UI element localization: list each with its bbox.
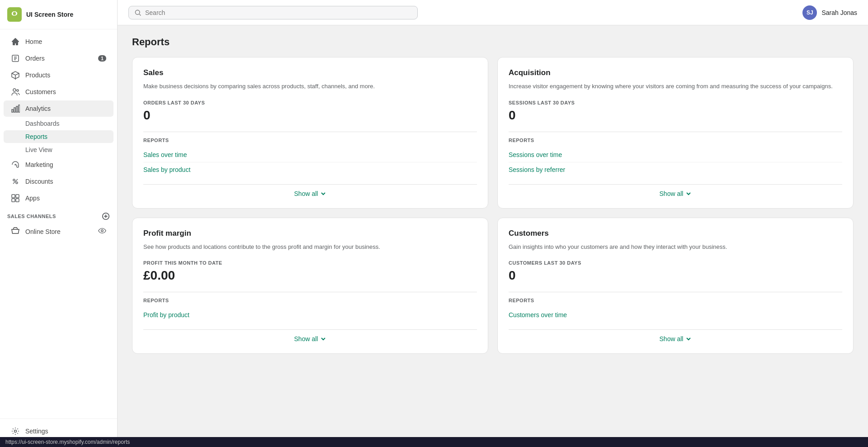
profit-show-all[interactable]: Show all: [143, 329, 477, 342]
reports-section-label-sales: REPORTS: [143, 138, 477, 143]
svg-rect-5: [16, 106, 18, 112]
report-card-profit-desc: See how products and locations contribut…: [143, 243, 477, 252]
chevron-down-icon: [686, 336, 691, 342]
svg-point-1: [13, 89, 16, 91]
topbar-right: SJ Sarah Jonas: [802, 5, 857, 20]
status-bar-url: https://ui-screen-store.myshopify.com/ad…: [5, 439, 130, 445]
sidebar-item-orders-label: Orders: [25, 55, 45, 62]
report-card-customers-title: Customers: [509, 229, 842, 238]
sales-channels-label: SALES CHANNELS: [7, 214, 56, 219]
svg-rect-11: [16, 195, 19, 198]
main-container: SJ Sarah Jonas Reports Sales Make busine…: [118, 0, 868, 447]
svg-rect-13: [16, 199, 19, 202]
reports-section-label-profit: REPORTS: [143, 298, 477, 303]
orders-icon: [11, 54, 20, 63]
report-stat-label-sales: ORDERS LAST 30 DAYS: [143, 100, 477, 105]
report-stat-value-acquisition: 0: [509, 108, 842, 123]
sidebar-item-discounts[interactable]: Discounts: [4, 173, 113, 190]
search-icon: [134, 9, 142, 16]
sales-channels-section: SALES CHANNELS: [0, 207, 117, 222]
customers-icon: [11, 87, 20, 96]
svg-point-9: [16, 182, 18, 184]
sidebar-item-reports[interactable]: Reports: [4, 130, 113, 143]
sidebar-item-reports-label: Reports: [25, 133, 47, 140]
svg-rect-6: [19, 105, 20, 112]
sidebar-item-analytics[interactable]: Analytics: [4, 100, 113, 117]
status-bar: https://ui-screen-store.myshopify.com/ad…: [0, 437, 868, 447]
svg-point-7: [15, 164, 16, 165]
sessions-by-referrer-link[interactable]: Sessions by referrer: [509, 162, 842, 177]
content: Reports Sales Make business decisions by…: [118, 25, 868, 447]
sidebar: UI Screen Store Home Orders 1: [0, 0, 118, 447]
report-stat-value-profit: £0.00: [143, 268, 477, 283]
report-card-profit-margin: Profit margin See how products and locat…: [132, 218, 488, 354]
sidebar-item-apps-label: Apps: [25, 195, 40, 202]
sidebar-item-home[interactable]: Home: [4, 33, 113, 50]
report-card-acquisition-desc: Increase visitor engagement by knowing w…: [509, 82, 842, 91]
sidebar-item-online-store[interactable]: Online Store: [4, 223, 113, 240]
reports-grid: Sales Make business decisions by compari…: [132, 57, 854, 354]
search-input[interactable]: [145, 9, 412, 16]
report-card-sales-desc: Make business decisions by comparing sal…: [143, 82, 477, 91]
customers-over-time-link[interactable]: Customers over time: [509, 308, 842, 322]
report-stat-label-profit: PROFIT THIS MONTH TO DATE: [143, 260, 477, 266]
report-stat-value-customers: 0: [509, 268, 842, 283]
analytics-sub-nav: Dashboards Reports Live View: [0, 117, 117, 156]
sidebar-item-customers[interactable]: Customers: [4, 84, 113, 100]
report-card-profit-title: Profit margin: [143, 229, 477, 238]
acquisition-show-all[interactable]: Show all: [509, 184, 842, 197]
sidebar-header: UI Screen Store: [0, 0, 117, 29]
shopify-logo: [7, 7, 22, 22]
sidebar-item-dashboards[interactable]: Dashboards: [4, 117, 113, 130]
sidebar-item-discounts-label: Discounts: [25, 178, 53, 185]
search-bar[interactable]: [128, 6, 418, 19]
settings-icon: [11, 427, 20, 436]
marketing-icon: [11, 160, 20, 169]
sidebar-item-apps[interactable]: Apps: [4, 190, 113, 206]
eye-icon[interactable]: [98, 227, 106, 236]
svg-point-16: [14, 430, 17, 433]
online-store-icon: [11, 226, 20, 237]
report-card-customers: Customers Gain insights into who your cu…: [497, 218, 854, 354]
analytics-icon: [11, 104, 20, 113]
svg-point-8: [13, 179, 15, 181]
sidebar-item-customers-label: Customers: [25, 88, 56, 95]
sales-over-time-link[interactable]: Sales over time: [143, 147, 477, 162]
sidebar-item-analytics-label: Analytics: [25, 105, 51, 112]
online-store-label: Online Store: [25, 228, 61, 235]
svg-point-2: [17, 90, 19, 91]
sales-show-all[interactable]: Show all: [143, 184, 477, 197]
sessions-over-time-link[interactable]: Sessions over time: [509, 147, 842, 162]
sidebar-item-live-view[interactable]: Live View: [4, 143, 113, 156]
report-card-sales: Sales Make business decisions by compari…: [132, 57, 488, 209]
sidebar-item-settings-label: Settings: [25, 428, 48, 435]
customers-show-all[interactable]: Show all: [509, 329, 842, 342]
reports-section-label-customers: REPORTS: [509, 298, 842, 303]
sidebar-item-marketing[interactable]: Marketing: [4, 157, 113, 173]
report-card-sales-title: Sales: [143, 68, 477, 77]
svg-rect-12: [12, 199, 15, 202]
svg-rect-4: [14, 108, 15, 112]
report-card-customers-desc: Gain insights into who your customers ar…: [509, 243, 842, 252]
report-stat-value-sales: 0: [143, 108, 477, 123]
sidebar-item-products-label: Products: [25, 71, 50, 79]
chevron-down-icon: [321, 191, 326, 196]
online-store-left: Online Store: [11, 226, 61, 237]
chevron-down-icon: [686, 191, 691, 196]
sidebar-item-dashboards-label: Dashboards: [25, 120, 60, 127]
add-sales-channel-icon[interactable]: [102, 212, 110, 220]
user-name: Sarah Jonas: [821, 9, 857, 16]
sales-by-product-link[interactable]: Sales by product: [143, 162, 477, 177]
chevron-down-icon: [321, 336, 326, 342]
store-name: UI Screen Store: [26, 11, 73, 18]
profit-by-product-link[interactable]: Profit by product: [143, 308, 477, 322]
sidebar-item-marketing-label: Marketing: [25, 161, 53, 168]
sidebar-item-orders[interactable]: Orders 1: [4, 50, 113, 67]
sidebar-item-live-view-label: Live View: [25, 146, 52, 153]
svg-point-17: [135, 10, 140, 14]
discounts-icon: [11, 177, 20, 186]
reports-section-label-acquisition: REPORTS: [509, 138, 842, 143]
sidebar-nav: Home Orders 1 Products: [0, 29, 117, 418]
svg-rect-3: [12, 109, 13, 112]
sidebar-item-products[interactable]: Products: [4, 67, 113, 83]
